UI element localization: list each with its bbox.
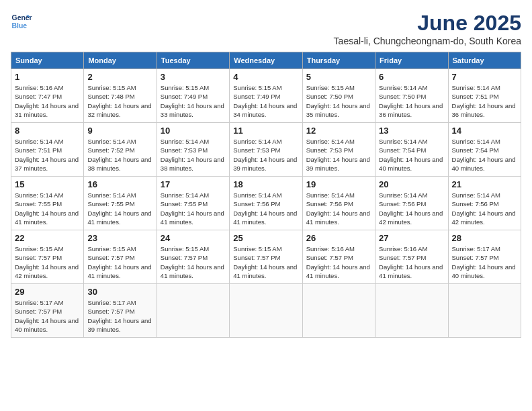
day-info: Sunrise: 5:14 AM Sunset: 7:52 PM Dayligh… (87, 137, 152, 173)
logo: General Blue (11, 11, 32, 32)
day-number: 2 (87, 72, 152, 82)
calendar-cell: 27 Sunrise: 5:16 AM Sunset: 7:57 PM Dayl… (375, 230, 448, 284)
day-number: 23 (87, 233, 152, 243)
title-area: June 2025 Taesal-li, Chungcheongnam-do, … (334, 11, 521, 46)
day-number: 12 (306, 126, 371, 136)
calendar-cell: 11 Sunrise: 5:14 AM Sunset: 7:53 PM Dayl… (230, 123, 302, 177)
logo-icon: General Blue (11, 11, 32, 32)
day-info: Sunrise: 5:15 AM Sunset: 7:49 PM Dayligh… (161, 83, 226, 119)
calendar-cell: 21 Sunrise: 5:14 AM Sunset: 7:56 PM Dayl… (448, 177, 521, 230)
day-number: 14 (452, 126, 517, 136)
calendar-cell (302, 284, 375, 338)
calendar-row-4: 29 Sunrise: 5:17 AM Sunset: 7:57 PM Dayl… (11, 284, 521, 338)
calendar-cell: 4 Sunrise: 5:15 AM Sunset: 7:49 PM Dayli… (230, 69, 302, 123)
day-info: Sunrise: 5:17 AM Sunset: 7:57 PM Dayligh… (15, 298, 80, 334)
weekday-header-sunday: Sunday (11, 52, 84, 69)
calendar-table: SundayMondayTuesdayWednesdayThursdayFrid… (11, 52, 521, 338)
weekday-header-tuesday: Tuesday (157, 52, 229, 69)
day-number: 21 (452, 179, 517, 189)
weekday-header-friday: Friday (375, 52, 448, 69)
calendar-cell: 10 Sunrise: 5:14 AM Sunset: 7:53 PM Dayl… (157, 123, 229, 177)
page-header: General Blue June 2025 Taesal-li, Chungc… (11, 11, 521, 46)
day-info: Sunrise: 5:14 AM Sunset: 7:55 PM Dayligh… (87, 191, 152, 226)
day-info: Sunrise: 5:14 AM Sunset: 7:56 PM Dayligh… (379, 191, 444, 226)
calendar-cell: 3 Sunrise: 5:15 AM Sunset: 7:49 PM Dayli… (157, 69, 229, 123)
calendar-row-0: 1 Sunrise: 5:16 AM Sunset: 7:47 PM Dayli… (11, 69, 521, 123)
day-info: Sunrise: 5:17 AM Sunset: 7:57 PM Dayligh… (452, 244, 517, 280)
calendar-cell: 26 Sunrise: 5:16 AM Sunset: 7:57 PM Dayl… (302, 230, 375, 284)
day-info: Sunrise: 5:14 AM Sunset: 7:56 PM Dayligh… (306, 191, 371, 226)
day-info: Sunrise: 5:14 AM Sunset: 7:53 PM Dayligh… (233, 137, 298, 173)
day-number: 6 (379, 72, 444, 82)
calendar-cell: 2 Sunrise: 5:15 AM Sunset: 7:48 PM Dayli… (84, 69, 157, 123)
calendar-cell: 29 Sunrise: 5:17 AM Sunset: 7:57 PM Dayl… (11, 284, 84, 338)
calendar-cell: 14 Sunrise: 5:14 AM Sunset: 7:54 PM Dayl… (448, 123, 521, 177)
calendar-cell: 7 Sunrise: 5:14 AM Sunset: 7:51 PM Dayli… (448, 69, 521, 123)
calendar-cell: 17 Sunrise: 5:14 AM Sunset: 7:55 PM Dayl… (157, 177, 229, 230)
calendar-cell: 25 Sunrise: 5:15 AM Sunset: 7:57 PM Dayl… (230, 230, 302, 284)
day-info: Sunrise: 5:14 AM Sunset: 7:53 PM Dayligh… (161, 137, 226, 173)
day-number: 1 (15, 72, 80, 82)
day-info: Sunrise: 5:17 AM Sunset: 7:57 PM Dayligh… (87, 298, 152, 334)
day-info: Sunrise: 5:15 AM Sunset: 7:48 PM Dayligh… (87, 83, 152, 119)
day-number: 25 (233, 233, 298, 243)
calendar-cell: 9 Sunrise: 5:14 AM Sunset: 7:52 PM Dayli… (84, 123, 157, 177)
day-number: 27 (379, 233, 444, 243)
day-info: Sunrise: 5:15 AM Sunset: 7:57 PM Dayligh… (161, 244, 226, 280)
calendar-cell: 12 Sunrise: 5:14 AM Sunset: 7:53 PM Dayl… (302, 123, 375, 177)
day-number: 16 (87, 179, 152, 189)
svg-text:General: General (12, 14, 32, 21)
calendar-row-2: 15 Sunrise: 5:14 AM Sunset: 7:55 PM Dayl… (11, 177, 521, 230)
calendar-cell (448, 284, 521, 338)
day-number: 29 (15, 287, 80, 297)
calendar-cell: 28 Sunrise: 5:17 AM Sunset: 7:57 PM Dayl… (448, 230, 521, 284)
svg-text:Blue: Blue (12, 22, 28, 30)
calendar-cell: 19 Sunrise: 5:14 AM Sunset: 7:56 PM Dayl… (302, 177, 375, 230)
day-info: Sunrise: 5:15 AM Sunset: 7:57 PM Dayligh… (233, 244, 298, 280)
day-info: Sunrise: 5:16 AM Sunset: 7:57 PM Dayligh… (379, 244, 444, 280)
day-number: 10 (161, 126, 226, 136)
day-info: Sunrise: 5:16 AM Sunset: 7:47 PM Dayligh… (15, 83, 80, 119)
day-number: 11 (233, 126, 298, 136)
calendar-cell: 13 Sunrise: 5:14 AM Sunset: 7:54 PM Dayl… (375, 123, 448, 177)
day-info: Sunrise: 5:15 AM Sunset: 7:57 PM Dayligh… (15, 244, 80, 280)
calendar-cell: 1 Sunrise: 5:16 AM Sunset: 7:47 PM Dayli… (11, 69, 84, 123)
day-number: 19 (306, 179, 371, 189)
day-number: 18 (233, 179, 298, 189)
day-number: 4 (233, 72, 298, 82)
calendar-cell: 18 Sunrise: 5:14 AM Sunset: 7:56 PM Dayl… (230, 177, 302, 230)
calendar-cell: 30 Sunrise: 5:17 AM Sunset: 7:57 PM Dayl… (84, 284, 157, 338)
day-info: Sunrise: 5:14 AM Sunset: 7:54 PM Dayligh… (379, 137, 444, 173)
calendar-row-1: 8 Sunrise: 5:14 AM Sunset: 7:51 PM Dayli… (11, 123, 521, 177)
day-number: 30 (87, 287, 152, 297)
calendar-cell: 22 Sunrise: 5:15 AM Sunset: 7:57 PM Dayl… (11, 230, 84, 284)
day-info: Sunrise: 5:15 AM Sunset: 7:49 PM Dayligh… (233, 83, 298, 119)
calendar-cell (375, 284, 448, 338)
calendar-cell: 6 Sunrise: 5:14 AM Sunset: 7:50 PM Dayli… (375, 69, 448, 123)
calendar-cell: 15 Sunrise: 5:14 AM Sunset: 7:55 PM Dayl… (11, 177, 84, 230)
day-info: Sunrise: 5:14 AM Sunset: 7:55 PM Dayligh… (15, 191, 80, 226)
weekday-header-wednesday: Wednesday (230, 52, 302, 69)
day-number: 8 (15, 126, 80, 136)
day-number: 24 (161, 233, 226, 243)
calendar-cell: 20 Sunrise: 5:14 AM Sunset: 7:56 PM Dayl… (375, 177, 448, 230)
day-info: Sunrise: 5:14 AM Sunset: 7:55 PM Dayligh… (161, 191, 226, 226)
calendar-cell: 5 Sunrise: 5:15 AM Sunset: 7:50 PM Dayli… (302, 69, 375, 123)
day-info: Sunrise: 5:15 AM Sunset: 7:50 PM Dayligh… (306, 83, 371, 119)
day-info: Sunrise: 5:16 AM Sunset: 7:57 PM Dayligh… (306, 244, 371, 280)
weekday-header-thursday: Thursday (302, 52, 375, 69)
day-number: 26 (306, 233, 371, 243)
day-info: Sunrise: 5:14 AM Sunset: 7:56 PM Dayligh… (452, 191, 517, 226)
calendar-cell (157, 284, 229, 338)
day-info: Sunrise: 5:15 AM Sunset: 7:57 PM Dayligh… (87, 244, 152, 280)
day-number: 28 (452, 233, 517, 243)
weekday-header-saturday: Saturday (448, 52, 521, 69)
day-info: Sunrise: 5:14 AM Sunset: 7:54 PM Dayligh… (452, 137, 517, 173)
day-number: 9 (87, 126, 152, 136)
day-number: 13 (379, 126, 444, 136)
day-number: 5 (306, 72, 371, 82)
weekday-header-monday: Monday (84, 52, 157, 69)
calendar-row-3: 22 Sunrise: 5:15 AM Sunset: 7:57 PM Dayl… (11, 230, 521, 284)
day-info: Sunrise: 5:14 AM Sunset: 7:51 PM Dayligh… (15, 137, 80, 173)
day-number: 17 (161, 179, 226, 189)
